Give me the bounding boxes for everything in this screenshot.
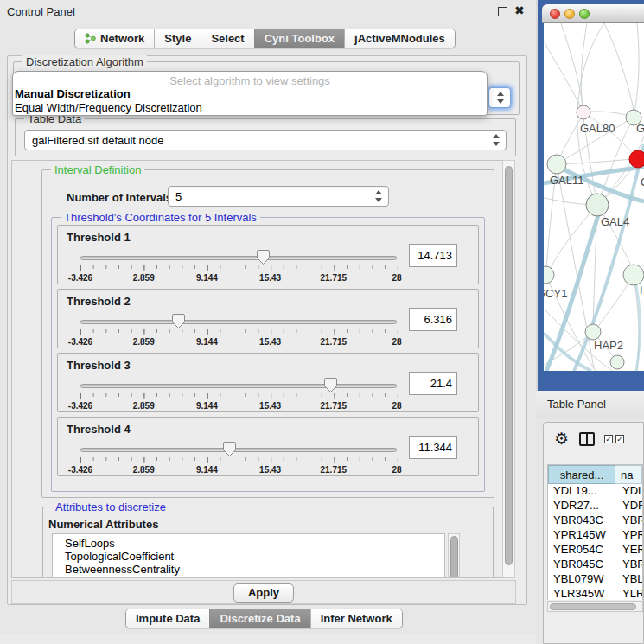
- slider-track[interactable]: [80, 384, 397, 388]
- threshold-value-field[interactable]: 14.713: [409, 244, 457, 267]
- attribute-list-item[interactable]: TopologicalCoefficient: [65, 550, 444, 563]
- scrollbar-thumb[interactable]: [450, 536, 458, 578]
- cell-shared-name[interactable]: YBR045C: [548, 558, 615, 572]
- cell-name[interactable]: YBL0: [615, 572, 642, 587]
- scrollbar-thumb[interactable]: [550, 603, 636, 610]
- tick-label: 28: [392, 273, 401, 283]
- table-row[interactable]: YBL079W YBL0: [548, 572, 642, 587]
- tick-label: 21.715: [321, 273, 348, 283]
- close-icon[interactable]: ✖: [514, 3, 525, 17]
- numerical-attributes-list[interactable]: SelfLoopsTopologicalCoefficientBetweenne…: [52, 533, 445, 578]
- minimize-window-button[interactable]: [564, 9, 575, 19]
- tab-cyni-toolbox[interactable]: Cyni Toolbox: [254, 29, 344, 48]
- node-label: GA: [636, 122, 644, 135]
- tab-infer-network[interactable]: Infer Network: [310, 609, 402, 628]
- table-row[interactable]: YDR27... YDR2: [548, 499, 642, 513]
- tab-select[interactable]: Select: [201, 29, 253, 48]
- columns-icon[interactable]: [579, 432, 595, 446]
- slider-track[interactable]: [80, 320, 397, 324]
- node-label: GAL11: [550, 174, 584, 187]
- node-h: [623, 265, 644, 285]
- tab-jactivemnodules[interactable]: jActiveMNodules: [344, 29, 455, 48]
- table-row[interactable]: YER054C YER0: [548, 543, 642, 558]
- zoom-window-button[interactable]: [579, 9, 590, 19]
- table-row[interactable]: YBR043C YBR0: [548, 513, 642, 528]
- popup-item-equal-width[interactable]: Equal Width/Frequency Discretization: [13, 101, 487, 115]
- tick-label: 9.144: [196, 337, 218, 347]
- table-row[interactable]: YPR145W YPR1: [548, 528, 642, 543]
- table-row[interactable]: YDL19... YDL1: [548, 484, 642, 499]
- table-data-combobox[interactable]: galFiltered.sif default node: [24, 130, 507, 150]
- node-label: HAP2: [594, 339, 623, 352]
- tab-impute-data[interactable]: Impute Data: [126, 609, 209, 628]
- table-toolbar: ⚙ ✓ ✓: [544, 423, 643, 461]
- slider-handle[interactable]: [172, 314, 185, 328]
- attribute-list-item[interactable]: SelfLoops: [65, 537, 444, 550]
- tick-label: 21.715: [321, 401, 348, 411]
- table-row[interactable]: YLR345W YLR3: [548, 587, 642, 600]
- number-of-intervals-combobox[interactable]: 5: [168, 186, 389, 207]
- scrollbar-thumb[interactable]: [505, 166, 513, 565]
- column-header-name[interactable]: na: [615, 465, 642, 484]
- cell-shared-name[interactable]: YPR145W: [548, 528, 615, 543]
- cell-shared-name[interactable]: YBL079W: [548, 572, 615, 587]
- cell-name[interactable]: YER0: [615, 543, 642, 558]
- main-vertical-scrollbar[interactable]: [502, 160, 515, 578]
- attributes-scrollbar[interactable]: [448, 533, 460, 578]
- cell-name[interactable]: YDL1: [615, 484, 642, 499]
- attribute-list-item[interactable]: BetweennessCentrality: [65, 563, 444, 576]
- threshold-list: Threshold 1 -3.426 2.859: [57, 225, 479, 481]
- tab-select-label: Select: [211, 32, 244, 45]
- column-header-shared-name[interactable]: shared...: [548, 465, 615, 484]
- tick-label: 2.859: [133, 465, 155, 475]
- threshold-label: Threshold 4: [67, 423, 131, 436]
- cell-name[interactable]: YBR0: [615, 513, 642, 528]
- popup-item-manual-discretization[interactable]: Manual Discretization: [13, 87, 487, 101]
- network-canvas[interactable]: GAL80 GA C GAL11 GAL4 GCY1 H HAP2: [544, 23, 644, 371]
- slider-tick-labels: -3.426 2.859 9.144 15.43 21.715 28: [80, 337, 397, 348]
- cell-shared-name[interactable]: YDL19...: [548, 484, 615, 499]
- slider-track[interactable]: [80, 256, 397, 260]
- node-red: [629, 150, 644, 168]
- slider-handle[interactable]: [223, 442, 236, 456]
- close-window-button[interactable]: [550, 9, 560, 19]
- node-gcy1: [544, 266, 554, 284]
- threshold-value-field[interactable]: 6.316: [409, 308, 457, 331]
- cell-name[interactable]: YBR0: [615, 558, 642, 572]
- cell-name[interactable]: YPR1: [615, 528, 642, 543]
- threshold-slider[interactable]: -3.426 2.859 9.144 15.43 21.715 28: [80, 314, 397, 348]
- node-label: C: [641, 175, 644, 188]
- network-window-titlebar[interactable]: [542, 4, 644, 23]
- slider-tick-labels: -3.426 2.859 9.144 15.43 21.715 28: [80, 273, 397, 284]
- apply-button[interactable]: Apply: [233, 583, 294, 603]
- threshold-slider[interactable]: -3.426 2.859 9.144 15.43 21.715 28: [80, 378, 397, 412]
- cell-name[interactable]: YDR2: [615, 499, 642, 513]
- tab-style[interactable]: Style: [154, 29, 201, 48]
- deselect-all-checkbox-icon[interactable]: ✓: [615, 435, 624, 443]
- threshold-value-field[interactable]: 21.4: [409, 372, 457, 395]
- float-window-icon[interactable]: [498, 7, 507, 16]
- tab-network[interactable]: Network: [75, 29, 154, 48]
- tick-label: 2.859: [133, 401, 155, 411]
- table-horizontal-scrollbar[interactable]: [547, 601, 643, 612]
- threshold-value-field[interactable]: 11.344: [409, 436, 457, 459]
- tab-discretize-data[interactable]: Discretize Data: [209, 609, 309, 628]
- cell-shared-name[interactable]: YER054C: [548, 543, 615, 558]
- tab-style-label: Style: [164, 32, 191, 45]
- tick-label: -3.426: [68, 337, 92, 347]
- threshold-slider[interactable]: -3.426 2.859 9.144 15.43 21.715 28: [80, 442, 397, 476]
- table-row[interactable]: YBR045C YBR0: [548, 558, 642, 572]
- cell-shared-name[interactable]: YDR27...: [548, 499, 615, 513]
- slider-handle[interactable]: [257, 250, 270, 265]
- slider-handle[interactable]: [324, 378, 337, 392]
- cell-shared-name[interactable]: YBR043C: [548, 513, 615, 528]
- select-all-checkbox-icon[interactable]: ✓: [604, 435, 613, 443]
- threshold-slider[interactable]: -3.426 2.859 9.144 15.43 21.715 28: [80, 250, 397, 284]
- cell-shared-name[interactable]: YLR345W: [548, 587, 615, 600]
- slider-track[interactable]: [80, 448, 397, 452]
- algorithm-combo-arrow[interactable]: [488, 87, 511, 108]
- table-data-group: Table Data galFiltered.sif default node: [15, 118, 516, 156]
- cell-name[interactable]: YLR3: [615, 587, 642, 600]
- gear-icon[interactable]: ⚙: [554, 429, 569, 449]
- spinner-arrows-icon: [375, 190, 383, 202]
